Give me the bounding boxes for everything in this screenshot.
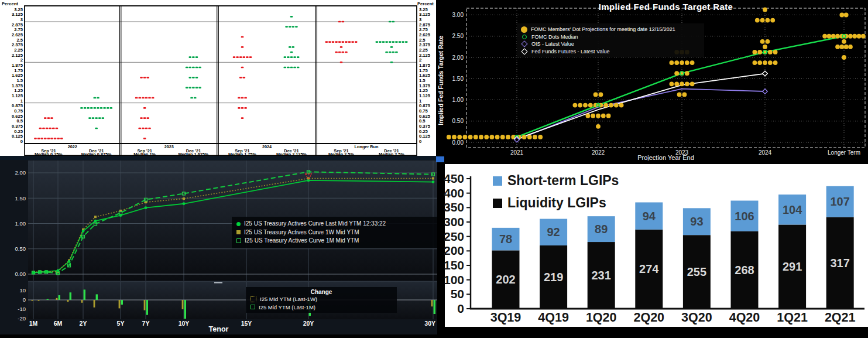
fomc-projection-dot [755,18,760,23]
y-tick-label: 0.00 [452,139,464,146]
y-tick-left: 0.375 [12,124,23,129]
fomc-projection-dot [479,135,483,139]
liquidity-square-icon [493,199,502,208]
legend-label: Liquidity LGIPs [507,195,606,211]
fomc-projection-dot [596,114,601,118]
projection-dot [95,117,98,119]
y-tick-left: 2.625 [12,32,23,37]
fomc-projection-dot [763,60,767,65]
projection-dot [355,41,358,43]
y-tick-left: 2.25 [14,47,23,53]
y-tick-label: 0.50 [15,245,26,252]
projection-dot [152,97,155,99]
projection-dot [351,41,354,43]
projection-dot [297,56,300,58]
marker-last [145,206,147,209]
projection-dot [97,97,100,99]
y-tick-right: 0.125 [419,134,431,139]
projection-dot [340,46,343,48]
projection-dot [382,41,385,43]
y-tick-left: 1.125 [12,93,23,98]
projection-dot [348,41,351,43]
legend-box: Short-term LGIPs Liquidity LGIPs [493,173,619,217]
dot-plot-canvas: 3.253.253.1253.125332.8752.8752.752.752.… [0,0,436,156]
projection-dot [246,56,249,58]
fomc-projection-dot [822,34,827,39]
y-tick-right: 1.25 [419,88,428,93]
projection-dot [94,97,97,99]
marker-last [39,271,42,274]
y-tick-left: 2.875 [12,22,23,28]
fomc-projection-dot [680,60,684,65]
liquidity-value-label: 255 [687,265,706,278]
projection-dot [44,138,47,139]
marker-1w [183,197,185,200]
projection-dot [60,138,63,139]
lgip-assets-panel: 050100150200250300350400450202783Q192199… [437,162,868,338]
marker-last [45,270,48,273]
projection-dot [42,128,45,129]
legend-box: FOMC Members' Dot Projections for meetin… [517,23,704,57]
projection-dot [192,77,195,78]
projection-dot [289,46,291,48]
projection-dot [80,107,83,109]
projection-dot [338,52,341,53]
marker-last [57,269,60,272]
projection-dot [88,117,91,119]
x-tick-label: 3Q19 [490,310,522,325]
projection-dot [236,56,239,58]
y-tick-right: 0.875 [419,103,431,108]
fomc-projection-dot [827,34,832,39]
projection-dot [190,97,193,99]
fomc-projection-dot [500,135,505,139]
projection-dot [34,138,37,139]
x-tick-label: 4Q19 [538,310,569,325]
y-tick-left: 0 [20,139,23,144]
projection-dot [342,21,345,23]
projection-dot [103,107,106,109]
fomc-projection-dot [596,124,601,129]
change-bar-1m [121,300,123,305]
median-label: Median 2.125% [276,152,307,156]
y-tick-label: 50 [451,287,464,301]
projection-dot [192,67,195,69]
y-tick-right: 0.375 [419,124,431,129]
y-tick-right: 2.5 [419,37,426,43]
fomc-projection-dot [753,60,757,65]
ois-diamond-icon [521,41,527,47]
panel-year-label: 2024 [262,144,272,149]
projection-dot [244,97,247,99]
y-tick-right: 1 [419,98,422,104]
projection-dot [338,21,341,23]
change-bar-1w [67,300,69,302]
projection-dot [241,97,244,99]
y-tick-left: 0.875 [12,103,23,108]
change-bar-1w [38,300,40,301]
x-tick-label: 2Q21 [825,310,856,325]
projection-dot [239,77,242,78]
projection-dot [145,97,148,99]
projection-dot [293,56,296,58]
change-bar-1w [144,300,146,310]
fomc-projection-dot [533,135,537,139]
y-tick-right: 0.625 [419,114,431,119]
projection-dot [142,97,145,99]
projection-dot [290,67,293,69]
legend-item: Short-term LGIPs [493,173,619,189]
change-bar-1w [182,300,184,309]
fomc-projection-dot [591,114,595,118]
projection-dot [107,107,109,109]
fomc-projection-dot [447,135,451,139]
y-tick-right: 2.75 [419,27,428,32]
fomc-projection-dot [670,81,674,86]
latest-value-diamond [763,89,767,94]
projection-dot [287,56,290,58]
projection-dot [328,41,331,43]
x-tick-label: 3Q20 [681,310,712,325]
projection-dot [241,46,244,48]
fomc-projection-dot [757,60,762,65]
projection-dot [335,52,338,53]
projection-dot [145,128,148,129]
fomc-projection-dot [844,13,849,18]
x-tick-label: 2Q20 [633,310,664,325]
